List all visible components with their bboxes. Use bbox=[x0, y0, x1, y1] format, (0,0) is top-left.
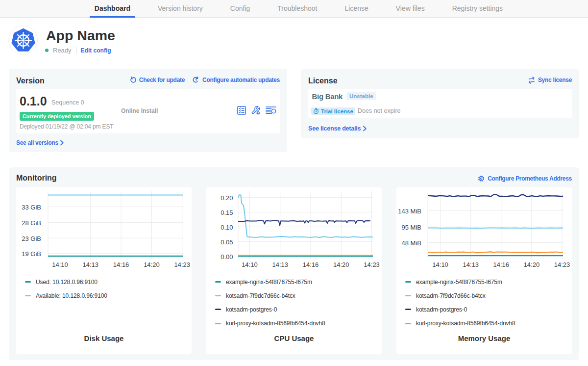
svg-text:14:13: 14:13 bbox=[272, 261, 288, 268]
svg-text:23 GiB: 23 GiB bbox=[22, 235, 41, 242]
svg-text:14:16: 14:16 bbox=[493, 261, 510, 268]
svg-text:14:16: 14:16 bbox=[113, 261, 129, 268]
svg-text:28 GiB: 28 GiB bbox=[22, 219, 41, 227]
svg-text:14:10: 14:10 bbox=[432, 261, 448, 268]
svg-text:19 GiB: 19 GiB bbox=[22, 250, 41, 258]
svg-text:14:13: 14:13 bbox=[463, 261, 479, 268]
svg-text:0.10: 0.10 bbox=[220, 224, 233, 231]
svg-text:143 MiB: 143 MiB bbox=[398, 208, 421, 215]
svg-text:0.00: 0.00 bbox=[220, 253, 233, 261]
svg-text:14:16: 14:16 bbox=[303, 261, 319, 268]
svg-text:0.05: 0.05 bbox=[220, 238, 233, 246]
svg-text:0.15: 0.15 bbox=[220, 209, 233, 216]
svg-text:14:10: 14:10 bbox=[52, 261, 68, 268]
svg-text:14:20: 14:20 bbox=[333, 261, 349, 268]
svg-text:14:23: 14:23 bbox=[364, 261, 380, 268]
svg-text:0.20: 0.20 bbox=[220, 194, 233, 202]
svg-text:14:13: 14:13 bbox=[83, 261, 99, 268]
svg-text:14:23: 14:23 bbox=[554, 261, 570, 268]
svg-text:33 GiB: 33 GiB bbox=[22, 204, 41, 211]
svg-text:95 MiB: 95 MiB bbox=[402, 224, 421, 231]
svg-text:14:20: 14:20 bbox=[524, 261, 540, 268]
svg-text:48 MiB: 48 MiB bbox=[402, 239, 421, 247]
svg-text:14:20: 14:20 bbox=[144, 261, 160, 268]
svg-text:14:23: 14:23 bbox=[174, 261, 190, 268]
svg-text:14:10: 14:10 bbox=[242, 261, 258, 268]
